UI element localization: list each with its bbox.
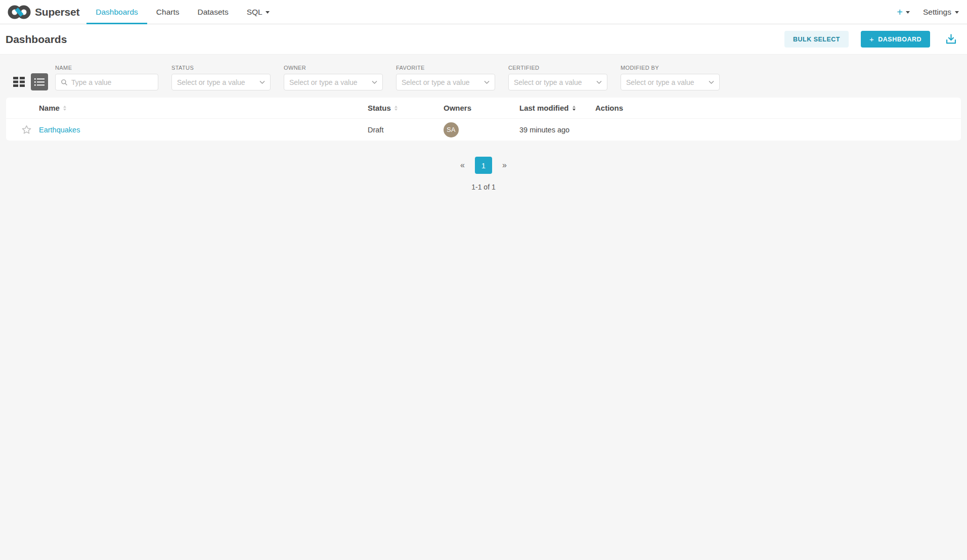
name-filter-field[interactable] [71,78,153,86]
filter-label: CERTIFIED [508,65,607,71]
select-placeholder: Select or type a value [177,78,256,86]
table-row: Earthquakes Draft SA 39 minutes ago [6,119,961,141]
nav-item-sql[interactable]: SQL [238,0,279,24]
filter-bar: NAME STATUS Select or type a value OWNER… [0,55,967,90]
certified-filter-select[interactable]: Select or type a value [508,74,607,90]
filter-label: FAVORITE [396,65,495,71]
card-view-toggle[interactable] [10,73,27,90]
chevron-down-icon [266,11,270,14]
settings-label: Settings [923,8,951,17]
sort-icon [394,106,398,111]
pagination-summary: 1-1 of 1 [471,183,495,191]
last-modified-cell: 39 minutes ago [519,126,595,134]
pagination: « 1 » [460,157,507,174]
list-icon [34,76,45,87]
column-header-name[interactable]: Name [39,104,368,112]
select-placeholder: Select or type a value [626,78,706,86]
top-navbar: Superset Dashboards Charts Datasets SQL … [0,0,967,24]
page-header: Dashboards BULK SELECT + DASHBOARD [0,24,967,55]
next-page-button[interactable]: » [502,161,507,170]
new-item-button[interactable]: + [897,7,910,17]
filter-label: MODIFIED BY [621,65,720,71]
download-icon [944,32,958,46]
chevron-down-icon [372,80,377,84]
owner-avatar[interactable]: SA [444,122,459,137]
modified-by-filter-select[interactable]: Select or type a value [621,74,720,90]
sort-icon-active-desc [573,106,576,111]
grid-icon [13,76,25,88]
pagination-section: « 1 » 1-1 of 1 [0,157,967,191]
chevron-down-icon [596,80,602,84]
table-header-row: Name Status Owners Last modified Actions [6,98,961,119]
favorite-filter-select[interactable]: Select or type a value [396,74,495,90]
chevron-down-icon [955,11,959,14]
plus-icon: + [869,35,874,43]
column-label: Last modified [519,104,569,112]
nav-item-datasets[interactable]: Datasets [189,0,238,24]
nav-item-dashboards[interactable]: Dashboards [86,0,147,24]
filter-label: NAME [55,65,158,71]
filter-label: OWNER [284,65,383,71]
select-placeholder: Select or type a value [289,78,369,86]
header-actions: BULK SELECT + DASHBOARD [784,31,958,48]
bulk-select-button[interactable]: BULK SELECT [784,31,849,48]
settings-menu[interactable]: Settings [923,8,959,17]
column-header-last-modified[interactable]: Last modified [519,104,595,112]
status-filter-select[interactable]: Select or type a value [171,74,271,90]
column-header-owners: Owners [444,104,519,112]
import-dashboard-button[interactable] [944,32,958,46]
column-label: Name [39,104,60,112]
sort-icon [63,106,66,111]
column-label: Actions [595,104,623,112]
chevron-down-icon [259,80,265,84]
dashboard-name-cell: Earthquakes [39,126,368,134]
navbar-right: + Settings [897,0,959,24]
column-label: Owners [444,104,471,112]
filter-certified: CERTIFIED Select or type a value [508,65,607,90]
search-icon [61,79,68,86]
dashboards-table: Name Status Owners Last modified Actions [6,98,961,141]
select-placeholder: Select or type a value [402,78,481,86]
filter-label: STATUS [171,65,271,71]
chevron-down-icon [709,80,714,84]
owner-filter-select[interactable]: Select or type a value [284,74,383,90]
filter-name: NAME [55,65,158,90]
page-1-button[interactable]: 1 [475,157,492,174]
filter-modified-by: MODIFIED BY Select or type a value [621,65,720,90]
column-header-actions: Actions [595,104,961,112]
page-title: Dashboards [6,33,67,45]
nav-item-label: Dashboards [96,8,138,17]
owners-cell: SA [444,122,519,137]
view-toggles [10,73,48,90]
status-cell: Draft [368,126,444,134]
nav-item-label: SQL [247,8,262,17]
name-filter-input[interactable] [55,74,158,90]
favorite-cell [6,124,39,135]
nav-item-charts[interactable]: Charts [147,0,189,24]
select-placeholder: Select or type a value [514,78,593,86]
nav-item-label: Datasets [198,8,229,17]
chevron-down-icon [484,80,490,84]
main-nav: Dashboards Charts Datasets SQL [86,0,278,24]
filter-owner: OWNER Select or type a value [284,65,383,90]
favorite-star-icon[interactable] [21,124,32,135]
prev-page-button[interactable]: « [460,161,465,170]
brand-name: Superset [35,6,79,18]
dashboard-link[interactable]: Earthquakes [39,126,80,134]
plus-icon: + [897,7,903,17]
list-view-toggle[interactable] [31,73,48,90]
superset-logo[interactable]: Superset [8,0,79,24]
column-header-status[interactable]: Status [368,104,444,112]
filter-favorite: FAVORITE Select or type a value [396,65,495,90]
add-dashboard-label: DASHBOARD [878,36,921,43]
column-label: Status [368,104,391,112]
chevron-down-icon [906,11,910,14]
filter-status: STATUS Select or type a value [171,65,271,90]
add-dashboard-button[interactable]: + DASHBOARD [861,31,930,48]
superset-infinity-icon [8,5,31,20]
nav-item-label: Charts [156,8,180,17]
